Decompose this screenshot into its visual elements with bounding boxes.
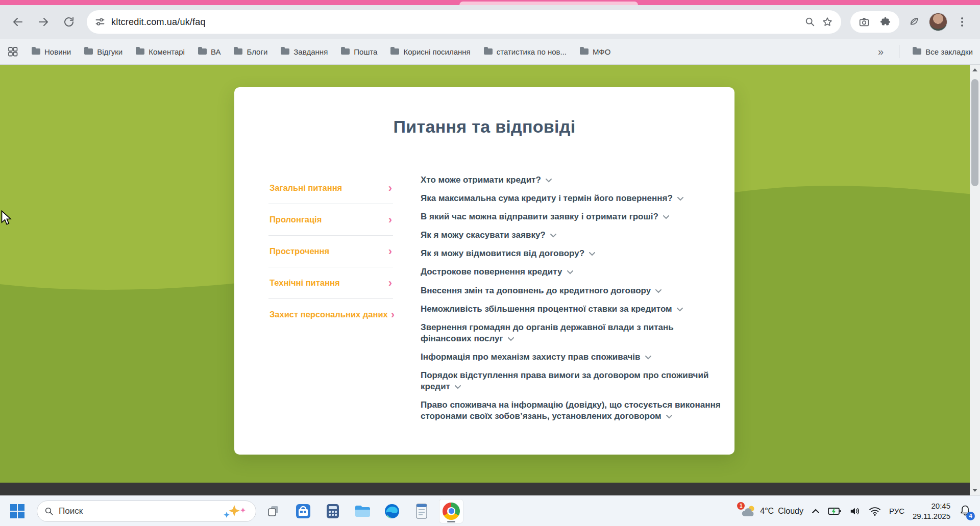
weather-condition: Cloudy xyxy=(778,507,803,516)
copilot-sparkle-icon[interactable] xyxy=(222,504,249,519)
volume-icon[interactable] xyxy=(849,506,861,516)
forward-button[interactable] xyxy=(33,11,54,33)
bookmark-item[interactable]: Відгуки xyxy=(84,47,122,56)
bookmark-item[interactable]: Коментарі xyxy=(136,47,185,56)
taskbar-search[interactable]: Поиск xyxy=(37,500,256,522)
chevron-down-icon xyxy=(663,211,669,222)
faq-question[interactable]: Внесення змін та доповнень до кредитного… xyxy=(421,285,727,296)
weather-temp: 4°C xyxy=(760,507,774,516)
calculator-app-button[interactable] xyxy=(321,499,345,523)
taskbar: Поиск xyxy=(0,495,980,526)
bookmark-label: ВА xyxy=(211,47,221,56)
bookmark-item[interactable]: Пошта xyxy=(341,47,377,56)
category-general[interactable]: Загальні питання › xyxy=(268,172,393,204)
category-data-protection[interactable]: Захист персональних даних › xyxy=(268,299,393,330)
reload-button[interactable] xyxy=(58,11,80,33)
faq-question[interactable]: Порядок відступлення права вимоги за дог… xyxy=(421,370,727,392)
camera-icon xyxy=(859,16,870,28)
faq-question[interactable]: Звернення громадян до органів державної … xyxy=(421,322,727,344)
folder-icon xyxy=(341,48,350,55)
all-bookmarks-button[interactable]: Все закладки xyxy=(913,47,973,56)
task-view-button[interactable] xyxy=(261,499,286,523)
bookmarks-overflow-chevron-icon[interactable]: » xyxy=(876,46,886,58)
notification-center-button[interactable]: 4 xyxy=(959,504,972,518)
clock-widget[interactable]: 20:45 29.11.2025 xyxy=(913,501,950,521)
browser-tab[interactable] xyxy=(459,2,638,5)
scrollbar-thumb[interactable] xyxy=(971,79,978,186)
search-placeholder: Поиск xyxy=(59,506,217,516)
bookmark-label: Пошта xyxy=(354,47,377,56)
battery-charging-icon[interactable] xyxy=(828,506,841,516)
profile-avatar[interactable] xyxy=(929,13,947,31)
faq-question[interactable]: Неможливість збільшення процентної ставк… xyxy=(421,304,727,315)
back-button[interactable] xyxy=(7,11,29,33)
puzzle-icon xyxy=(880,16,891,28)
edge-app-button[interactable] xyxy=(380,499,404,523)
faq-question[interactable]: Яка максимальна сума кредиту і термін йо… xyxy=(421,193,727,204)
clock-time: 20:45 xyxy=(913,501,950,511)
bookmark-item[interactable]: Корисні посилання xyxy=(390,47,470,56)
faq-question[interactable]: Дострокове повернення кредиту xyxy=(421,266,727,278)
apps-shortcut[interactable] xyxy=(7,46,18,57)
category-technical[interactable]: Технічні питання › xyxy=(268,267,393,299)
chevron-down-icon xyxy=(666,411,672,422)
bookmark-item[interactable]: Завдання xyxy=(281,47,328,56)
chrome-app-button[interactable] xyxy=(439,499,463,523)
faq-question[interactable]: Право споживача на інформацію (довідку),… xyxy=(421,399,727,422)
folder-icon xyxy=(484,48,493,55)
folder-icon xyxy=(136,48,144,55)
back-icon xyxy=(12,16,24,28)
calculator-icon xyxy=(324,503,341,520)
bookmark-item[interactable]: Блоги xyxy=(234,47,267,56)
faq-question[interactable]: Як я можу скасувати заявку? xyxy=(421,230,727,241)
category-overdue[interactable]: Прострочення › xyxy=(268,236,393,267)
notepad-icon xyxy=(413,503,430,520)
screenshot-button[interactable] xyxy=(854,12,874,32)
bookmark-label: Блоги xyxy=(247,47,267,56)
store-app-button[interactable] xyxy=(291,499,315,523)
bookmark-item[interactable]: ВА xyxy=(198,47,221,56)
category-label: Прострочення xyxy=(270,246,329,256)
bookmark-star-icon[interactable] xyxy=(822,16,833,28)
clock-date: 29.11.2025 xyxy=(913,511,950,521)
category-nav: Загальні питання › Пролонгація › Простро… xyxy=(268,172,393,429)
tray-chevron-up-icon[interactable] xyxy=(812,508,820,514)
forward-icon xyxy=(37,16,50,28)
faq-question[interactable]: В який час можна відправити заявку і отр… xyxy=(421,211,727,222)
chevron-right-icon: › xyxy=(388,280,392,287)
chevron-down-icon xyxy=(550,230,556,241)
bookmark-label: Новини xyxy=(44,47,71,56)
scrollbar-down-icon[interactable] xyxy=(970,485,980,495)
start-button[interactable] xyxy=(5,499,30,523)
file-explorer-button[interactable] xyxy=(350,499,375,523)
faq-question[interactable]: Як я можу відмовитися від договору? xyxy=(421,248,727,259)
url-text[interactable]: kltcredit.com.ua/uk/faq xyxy=(111,17,798,28)
task-view-icon xyxy=(266,504,281,518)
performance-button[interactable] xyxy=(903,11,925,33)
zoom-icon[interactable] xyxy=(804,16,816,28)
site-info-icon[interactable] xyxy=(95,17,105,27)
category-label: Захист персональних даних xyxy=(270,310,388,319)
page-title: Питання та відповіді xyxy=(234,117,734,137)
bookmark-item[interactable]: МФО xyxy=(580,47,610,56)
address-bar[interactable]: kltcredit.com.ua/uk/faq xyxy=(87,10,841,34)
folder-icon xyxy=(913,48,921,55)
faq-question[interactable]: Хто може отримати кредит? xyxy=(421,174,727,186)
bookmark-item[interactable]: статистика по нов... xyxy=(484,47,567,56)
folder-icon xyxy=(32,48,40,55)
faq-question-label: Дострокове повернення кредиту xyxy=(421,267,562,277)
wifi-icon[interactable] xyxy=(869,506,881,516)
news-badge: 1 xyxy=(737,502,745,510)
search-icon xyxy=(44,507,54,516)
language-indicator[interactable]: РУС xyxy=(889,507,904,515)
weather-widget[interactable]: 1 4°C Cloudy xyxy=(741,505,803,518)
scrollbar-up-icon[interactable] xyxy=(970,65,980,75)
page-scrollbar[interactable] xyxy=(970,65,980,495)
notepad-app-button[interactable] xyxy=(409,499,434,523)
faq-question[interactable]: Інформація про механізм захисту прав спо… xyxy=(421,352,727,363)
browser-menu-button[interactable] xyxy=(951,11,973,33)
extensions-button[interactable] xyxy=(876,12,895,32)
chevron-down-icon xyxy=(645,352,651,363)
category-prolongation[interactable]: Пролонгація › xyxy=(268,204,393,236)
bookmark-item[interactable]: Новини xyxy=(32,47,71,56)
